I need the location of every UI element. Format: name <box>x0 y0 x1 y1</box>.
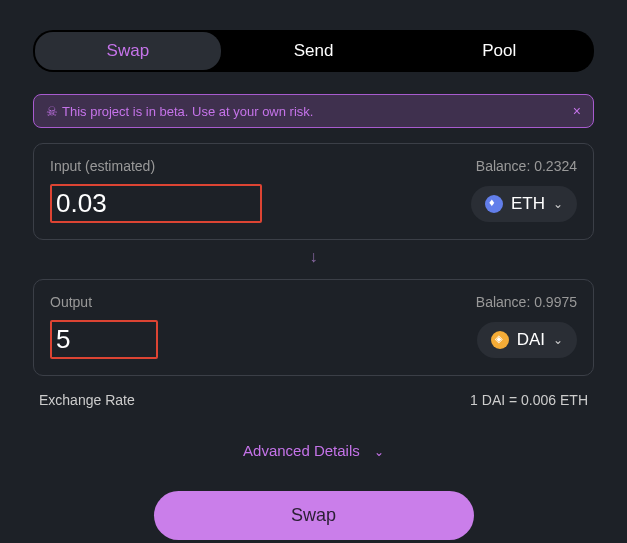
input-label: Input (estimated) <box>50 158 155 174</box>
output-amount-field[interactable] <box>56 324 146 355</box>
skull-icon: ☠ <box>46 104 58 119</box>
chevron-down-icon: ⌄ <box>374 445 384 459</box>
close-icon[interactable]: × <box>573 103 581 119</box>
exchange-rate-row: Exchange Rate 1 DAI = 0.006 ETH <box>33 392 594 408</box>
beta-alert: ☠ This project is in beta. Use at your o… <box>33 94 594 128</box>
eth-icon <box>485 195 503 213</box>
dai-icon <box>491 331 509 349</box>
output-balance: Balance: 0.9975 <box>476 294 577 310</box>
output-token-symbol: DAI <box>517 330 545 350</box>
input-panel: Input (estimated) Balance: 0.2324 ETH ⌄ <box>33 143 594 240</box>
swap-button[interactable]: Swap <box>154 491 474 540</box>
rate-label: Exchange Rate <box>39 392 135 408</box>
advanced-details-toggle[interactable]: Advanced Details ⌄ <box>33 442 594 459</box>
output-panel: Output Balance: 0.9975 DAI ⌄ <box>33 279 594 376</box>
mode-tabs: Swap Send Pool <box>33 30 594 72</box>
tab-pool[interactable]: Pool <box>406 32 592 70</box>
tab-swap[interactable]: Swap <box>35 32 221 70</box>
arrow-down-icon: ↓ <box>33 248 594 266</box>
rate-value: 1 DAI = 0.006 ETH <box>470 392 588 408</box>
advanced-label: Advanced Details <box>243 442 360 459</box>
output-amount-highlight <box>50 320 158 359</box>
chevron-down-icon: ⌄ <box>553 333 563 347</box>
input-token-selector[interactable]: ETH ⌄ <box>471 186 577 222</box>
output-label: Output <box>50 294 92 310</box>
alert-text: This project is in beta. Use at your own… <box>62 104 313 119</box>
tab-send[interactable]: Send <box>221 32 407 70</box>
input-balance: Balance: 0.2324 <box>476 158 577 174</box>
input-token-symbol: ETH <box>511 194 545 214</box>
input-amount-highlight <box>50 184 262 223</box>
output-token-selector[interactable]: DAI ⌄ <box>477 322 577 358</box>
chevron-down-icon: ⌄ <box>553 197 563 211</box>
input-amount-field[interactable] <box>56 188 256 219</box>
